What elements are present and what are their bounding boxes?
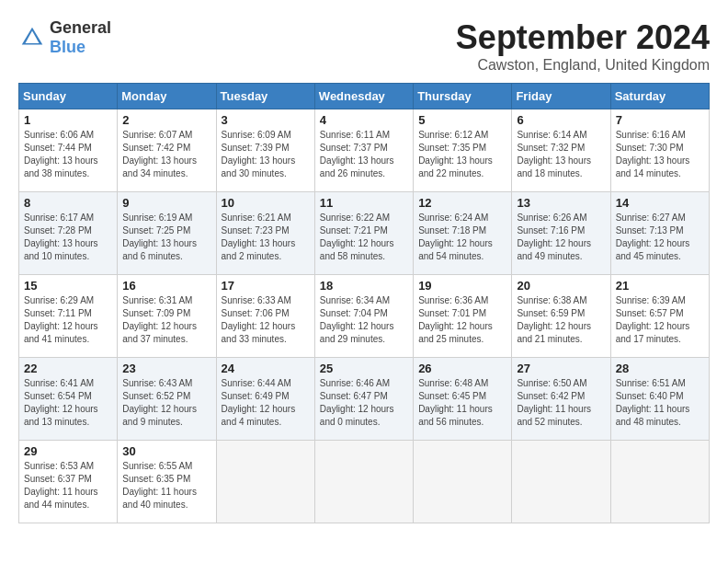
day-number: 13 (517, 196, 605, 210)
day-number: 22 (24, 362, 112, 375)
calendar-day-cell (512, 441, 610, 523)
cell-info: Sunrise: 6:07 AMSunset: 7:42 PMDaylight:… (122, 129, 210, 180)
cell-info: Sunrise: 6:31 AMSunset: 7:09 PMDaylight:… (122, 294, 210, 346)
weekday-header: Saturday (610, 84, 709, 109)
calendar-day-cell: 11 Sunrise: 6:22 AMSunset: 7:21 PMDaylig… (314, 192, 413, 275)
day-number: 15 (24, 279, 112, 293)
calendar-day-cell (610, 441, 709, 523)
calendar-day-cell: 28 Sunrise: 6:51 AMSunset: 6:40 PMDaylig… (610, 358, 709, 441)
logo-text-general: General (50, 18, 111, 37)
calendar-day-cell: 21 Sunrise: 6:39 AMSunset: 6:57 PMDaylig… (610, 275, 709, 358)
cell-info: Sunrise: 6:55 AMSunset: 6:35 PMDaylight:… (122, 460, 210, 511)
weekday-header: Monday (118, 84, 216, 109)
day-number: 8 (24, 196, 112, 210)
day-number: 23 (122, 362, 210, 375)
day-number: 26 (418, 362, 506, 375)
cell-info: Sunrise: 6:34 AMSunset: 7:04 PMDaylight:… (320, 294, 408, 346)
calendar-day-cell: 17 Sunrise: 6:33 AMSunset: 7:06 PMDaylig… (216, 275, 314, 358)
logo-icon (18, 24, 46, 52)
day-number: 5 (418, 113, 506, 127)
calendar-day-cell: 3 Sunrise: 6:09 AMSunset: 7:39 PMDayligh… (216, 109, 314, 192)
day-number: 24 (222, 362, 310, 375)
calendar-day-cell: 5 Sunrise: 6:12 AMSunset: 7:35 PMDayligh… (414, 109, 512, 192)
cell-info: Sunrise: 6:14 AMSunset: 7:32 PMDaylight:… (517, 129, 605, 180)
calendar-day-cell: 18 Sunrise: 6:34 AMSunset: 7:04 PMDaylig… (314, 275, 413, 358)
cell-info: Sunrise: 6:41 AMSunset: 6:54 PMDaylight:… (24, 377, 112, 429)
day-number: 10 (222, 196, 310, 210)
calendar-day-cell: 24 Sunrise: 6:44 AMSunset: 6:49 PMDaylig… (216, 358, 314, 441)
cell-info: Sunrise: 6:26 AMSunset: 7:16 PMDaylight:… (517, 212, 605, 263)
cell-info: Sunrise: 6:51 AMSunset: 6:40 PMDaylight:… (616, 377, 704, 429)
day-number: 21 (616, 279, 704, 293)
day-number: 19 (418, 279, 506, 293)
calendar-day-cell: 16 Sunrise: 6:31 AMSunset: 7:09 PMDaylig… (118, 275, 216, 358)
cell-info: Sunrise: 6:29 AMSunset: 7:11 PMDaylight:… (24, 294, 112, 346)
calendar-day-cell: 13 Sunrise: 6:26 AMSunset: 7:16 PMDaylig… (512, 192, 610, 275)
cell-info: Sunrise: 6:50 AMSunset: 6:42 PMDaylight:… (517, 377, 605, 429)
calendar-header-row: SundayMondayTuesdayWednesdayThursdayFrid… (19, 84, 710, 109)
calendar-day-cell: 20 Sunrise: 6:38 AMSunset: 6:59 PMDaylig… (512, 275, 610, 358)
calendar-table: SundayMondayTuesdayWednesdayThursdayFrid… (18, 83, 710, 523)
calendar-day-cell: 26 Sunrise: 6:48 AMSunset: 6:45 PMDaylig… (414, 358, 512, 441)
cell-info: Sunrise: 6:33 AMSunset: 7:06 PMDaylight:… (222, 294, 310, 346)
calendar-day-cell (414, 441, 512, 523)
day-number: 11 (320, 196, 408, 210)
title-block: September 2024 Cawston, England, United … (456, 18, 710, 74)
weekday-header: Friday (512, 84, 610, 109)
calendar-day-cell: 19 Sunrise: 6:36 AMSunset: 7:01 PMDaylig… (414, 275, 512, 358)
calendar-day-cell: 25 Sunrise: 6:46 AMSunset: 6:47 PMDaylig… (314, 358, 413, 441)
day-number: 4 (320, 113, 408, 127)
calendar-week-row: 1 Sunrise: 6:06 AMSunset: 7:44 PMDayligh… (19, 109, 710, 192)
day-number: 1 (24, 113, 112, 127)
page-header: General Blue September 2024 Cawston, Eng… (18, 18, 710, 74)
cell-info: Sunrise: 6:46 AMSunset: 6:47 PMDaylight:… (320, 377, 408, 429)
cell-info: Sunrise: 6:22 AMSunset: 7:21 PMDaylight:… (320, 212, 408, 263)
cell-info: Sunrise: 6:19 AMSunset: 7:25 PMDaylight:… (122, 212, 210, 263)
calendar-day-cell (216, 441, 314, 523)
day-number: 30 (122, 444, 210, 458)
calendar-week-row: 8 Sunrise: 6:17 AMSunset: 7:28 PMDayligh… (19, 192, 710, 275)
cell-info: Sunrise: 6:06 AMSunset: 7:44 PMDaylight:… (24, 129, 112, 180)
day-number: 7 (616, 113, 704, 127)
cell-info: Sunrise: 6:38 AMSunset: 6:59 PMDaylight:… (517, 294, 605, 346)
calendar-day-cell: 15 Sunrise: 6:29 AMSunset: 7:11 PMDaylig… (19, 275, 118, 358)
calendar-day-cell: 14 Sunrise: 6:27 AMSunset: 7:13 PMDaylig… (610, 192, 709, 275)
cell-info: Sunrise: 6:27 AMSunset: 7:13 PMDaylight:… (616, 212, 704, 263)
weekday-header: Tuesday (216, 84, 314, 109)
weekday-header: Wednesday (314, 84, 413, 109)
day-number: 6 (517, 113, 605, 127)
calendar-week-row: 22 Sunrise: 6:41 AMSunset: 6:54 PMDaylig… (19, 358, 710, 441)
location: Cawston, England, United Kingdom (456, 57, 710, 74)
calendar-day-cell: 6 Sunrise: 6:14 AMSunset: 7:32 PMDayligh… (512, 109, 610, 192)
logo-text-blue: Blue (50, 38, 85, 56)
day-number: 14 (616, 196, 704, 210)
calendar-day-cell (314, 441, 413, 523)
cell-info: Sunrise: 6:39 AMSunset: 6:57 PMDaylight:… (616, 294, 704, 346)
cell-info: Sunrise: 6:24 AMSunset: 7:18 PMDaylight:… (418, 212, 506, 263)
calendar-day-cell: 9 Sunrise: 6:19 AMSunset: 7:25 PMDayligh… (118, 192, 216, 275)
calendar-day-cell: 1 Sunrise: 6:06 AMSunset: 7:44 PMDayligh… (19, 109, 118, 192)
calendar-day-cell: 12 Sunrise: 6:24 AMSunset: 7:18 PMDaylig… (414, 192, 512, 275)
weekday-header: Thursday (414, 84, 512, 109)
cell-info: Sunrise: 6:21 AMSunset: 7:23 PMDaylight:… (222, 212, 310, 263)
calendar-week-row: 15 Sunrise: 6:29 AMSunset: 7:11 PMDaylig… (19, 275, 710, 358)
day-number: 2 (122, 113, 210, 127)
cell-info: Sunrise: 6:53 AMSunset: 6:37 PMDaylight:… (24, 460, 112, 511)
day-number: 29 (24, 444, 112, 458)
day-number: 25 (320, 362, 408, 375)
cell-info: Sunrise: 6:43 AMSunset: 6:52 PMDaylight:… (122, 377, 210, 429)
calendar-day-cell: 29 Sunrise: 6:53 AMSunset: 6:37 PMDaylig… (19, 441, 118, 523)
day-number: 27 (517, 362, 605, 375)
day-number: 20 (517, 279, 605, 293)
cell-info: Sunrise: 6:36 AMSunset: 7:01 PMDaylight:… (418, 294, 506, 346)
cell-info: Sunrise: 6:48 AMSunset: 6:45 PMDaylight:… (418, 377, 506, 429)
calendar-day-cell: 2 Sunrise: 6:07 AMSunset: 7:42 PMDayligh… (118, 109, 216, 192)
cell-info: Sunrise: 6:17 AMSunset: 7:28 PMDaylight:… (24, 212, 112, 263)
day-number: 12 (418, 196, 506, 210)
month-title: September 2024 (456, 18, 710, 57)
day-number: 3 (222, 113, 310, 127)
cell-info: Sunrise: 6:16 AMSunset: 7:30 PMDaylight:… (616, 129, 704, 180)
day-number: 18 (320, 279, 408, 293)
calendar-day-cell: 27 Sunrise: 6:50 AMSunset: 6:42 PMDaylig… (512, 358, 610, 441)
cell-info: Sunrise: 6:11 AMSunset: 7:37 PMDaylight:… (320, 129, 408, 180)
